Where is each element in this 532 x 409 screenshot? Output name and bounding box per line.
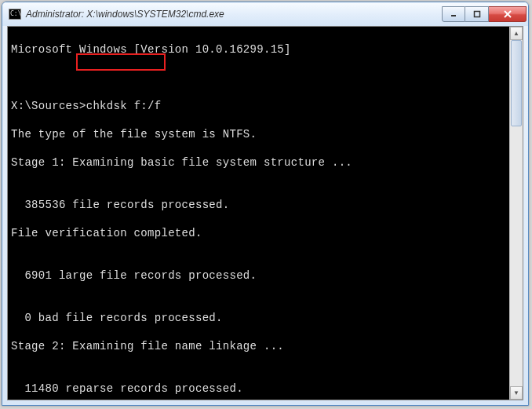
cmd-icon: C:\ bbox=[9, 9, 21, 20]
scroll-thumb[interactable] bbox=[511, 40, 522, 126]
output-line bbox=[11, 212, 519, 226]
scroll-track[interactable] bbox=[510, 40, 523, 386]
maximize-button[interactable] bbox=[465, 6, 489, 22]
output-line: Stage 1: Examining basic file system str… bbox=[11, 155, 519, 170]
close-button[interactable] bbox=[489, 6, 527, 22]
titlebar[interactable]: C:\ Administrator: X:\windows\SYSTEM32\c… bbox=[2, 2, 528, 26]
output-line bbox=[11, 141, 519, 155]
output-line bbox=[11, 396, 519, 400]
output-line bbox=[11, 367, 519, 382]
output-line bbox=[11, 297, 519, 311]
cmd-window: C:\ Administrator: X:\windows\SYSTEM32\c… bbox=[2, 2, 529, 406]
output-line bbox=[11, 325, 519, 339]
output-line bbox=[11, 353, 519, 367]
scrollbar[interactable]: ▲ ▼ bbox=[509, 27, 523, 400]
terminal-content: Microsoft Windows [Version 10.0.16299.15… bbox=[8, 27, 523, 400]
terminal-area[interactable]: Microsoft Windows [Version 10.0.16299.15… bbox=[7, 26, 523, 400]
output-line: 6901 large file records processed. bbox=[11, 268, 519, 283]
output-line: 11480 reparse records processed. bbox=[11, 382, 519, 396]
output-line bbox=[11, 170, 519, 184]
output-line bbox=[11, 240, 519, 254]
output-line bbox=[11, 254, 519, 268]
scroll-down-arrow[interactable]: ▼ bbox=[510, 386, 523, 400]
minimize-button[interactable] bbox=[442, 6, 465, 22]
prompt: X:\Sources> bbox=[11, 100, 86, 112]
blank-line bbox=[11, 71, 519, 85]
output-line: 385536 file records processed. bbox=[11, 198, 519, 212]
version-line: Microsoft Windows [Version 10.0.16299.15… bbox=[11, 42, 519, 57]
window-title: Administrator: X:\windows\SYSTEM32\cmd.e… bbox=[26, 9, 442, 20]
command-text: chkdsk f:/f bbox=[86, 100, 162, 112]
output-line: 0 bad file records processed. bbox=[11, 311, 519, 325]
prompt-line: X:\Sources>chkdsk f:/f bbox=[11, 99, 519, 113]
output-lines: The type of the file system is NTFS. Sta… bbox=[11, 127, 519, 400]
output-line: File verification completed. bbox=[11, 226, 519, 240]
svg-rect-1 bbox=[474, 12, 479, 17]
output-line bbox=[11, 184, 519, 198]
output-line: Stage 2: Examining file name linkage ... bbox=[11, 339, 519, 353]
scroll-up-arrow[interactable]: ▲ bbox=[510, 27, 523, 40]
window-controls bbox=[442, 6, 527, 22]
output-line bbox=[11, 283, 519, 297]
output-line: The type of the file system is NTFS. bbox=[11, 127, 519, 141]
